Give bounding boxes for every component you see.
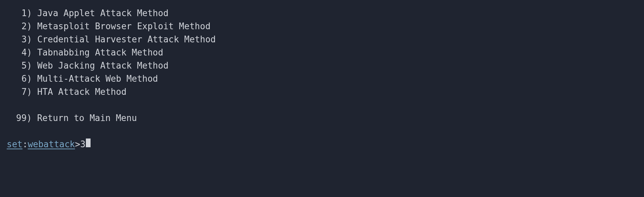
- terminal-output: 1) Java Applet Attack Method 2) Metasplo…: [7, 7, 637, 151]
- menu-item-3: 3) Credential Harvester Attack Method: [7, 33, 637, 46]
- prompt-context-set: set: [7, 138, 22, 151]
- prompt-context-webattack: webattack: [28, 138, 75, 151]
- menu-item-1: 1) Java Applet Attack Method: [7, 7, 637, 20]
- prompt-chevron: >: [75, 138, 80, 151]
- prompt-separator: :: [22, 138, 28, 151]
- cursor-icon: [86, 139, 91, 147]
- menu-label: HTA Attack Method: [37, 87, 126, 97]
- menu-num: 7): [21, 87, 32, 97]
- menu-item-5: 5) Web Jacking Attack Method: [7, 59, 637, 72]
- menu-label: Metasploit Browser Exploit Method: [37, 21, 211, 31]
- blank-line: [7, 98, 637, 112]
- prompt-input-value[interactable]: 3: [80, 138, 86, 151]
- menu-label: Multi-Attack Web Method: [37, 74, 158, 84]
- menu-num: 1): [21, 8, 32, 18]
- menu-label: Credential Harvester Attack Method: [37, 34, 216, 44]
- menu-item-return: 99) Return to Main Menu: [7, 112, 637, 125]
- menu-item-6: 6) Multi-Attack Web Method: [7, 72, 637, 85]
- blank-line: [7, 125, 637, 138]
- menu-item-2: 2) Metasploit Browser Exploit Method: [7, 20, 637, 33]
- menu-num: 3): [21, 34, 32, 44]
- menu-label: Web Jacking Attack Method: [37, 61, 168, 71]
- menu-num: 6): [21, 74, 32, 84]
- menu-label: Tabnabbing Attack Method: [37, 47, 163, 57]
- menu-label: Java Applet Attack Method: [37, 8, 168, 18]
- menu-label: Return to Main Menu: [37, 113, 137, 123]
- menu-num: 4): [21, 47, 32, 57]
- menu-item-4: 4) Tabnabbing Attack Method: [7, 46, 637, 59]
- prompt-line[interactable]: set:webattack>3: [7, 138, 637, 151]
- menu-num: 5): [21, 61, 32, 71]
- menu-num: 2): [21, 21, 32, 31]
- menu-num: 99): [16, 113, 32, 123]
- menu-item-7: 7) HTA Attack Method: [7, 85, 637, 98]
